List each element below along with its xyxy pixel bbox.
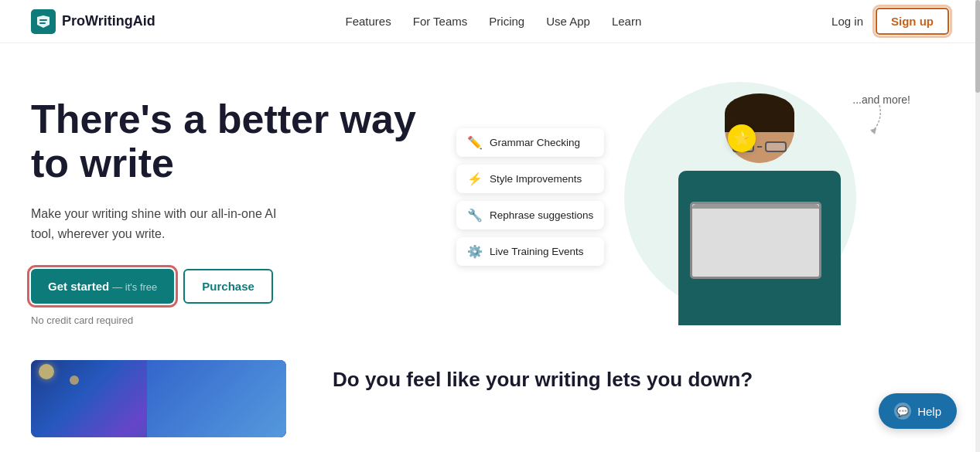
bottom-title: Do you feel like your writing lets you d… <box>333 368 949 392</box>
help-button[interactable]: 💬 Help <box>879 393 957 429</box>
navbar: ProWritingAid Features For Teams Pricing… <box>0 0 980 43</box>
signup-button[interactable]: Sign up <box>876 8 949 35</box>
brand-name: ProWritingAid <box>62 13 155 29</box>
hero-subtitle: Make your writing shine with our all-in-… <box>31 204 294 243</box>
hero-buttons: Get started— it's free Purchase <box>31 269 433 304</box>
help-label: Help <box>917 405 941 418</box>
feature-pills: ✏️ Grammar Checking ⚡ Style Improvements… <box>456 128 604 266</box>
pill-rephrase: 🔧 Rephrase suggestions <box>456 201 604 229</box>
get-started-button[interactable]: Get started— it's free <box>31 269 174 304</box>
bottom-text: Do you feel like your writing lets you d… <box>333 360 949 392</box>
nav-for-teams[interactable]: For Teams <box>413 15 468 28</box>
hero-left: There's a better way to write Make your … <box>31 82 433 326</box>
style-icon: ⚡ <box>467 172 483 186</box>
nav-features[interactable]: Features <box>346 15 391 28</box>
nav-use-app[interactable]: Use App <box>546 15 590 28</box>
scroll-thumb[interactable] <box>975 0 980 93</box>
bottom-section: Do you feel like your writing lets you d… <box>0 360 980 437</box>
purchase-button[interactable]: Purchase <box>183 269 273 304</box>
hero-illustration: ...and more! ⭐ ✏️ Grammar Checking ⚡ Sty… <box>433 82 949 329</box>
logo[interactable]: ProWritingAid <box>31 9 155 34</box>
logo-icon <box>31 9 56 34</box>
grammar-icon: ✏️ <box>467 135 483 150</box>
no-credit-text: No credit card required <box>31 314 433 326</box>
more-label: ...and more! <box>852 93 910 106</box>
hero-section: There's a better way to write Make your … <box>0 43 980 352</box>
svg-marker-1 <box>870 128 876 134</box>
scrollbar[interactable] <box>975 0 980 437</box>
person-illustration <box>671 86 849 325</box>
nav-pricing[interactable]: Pricing <box>489 15 524 28</box>
training-icon: ⚙️ <box>467 244 483 259</box>
rephrase-icon: 🔧 <box>467 208 483 223</box>
nav-links: Features For Teams Pricing Use App Learn <box>346 15 642 28</box>
star-badge: ⭐ <box>728 124 756 152</box>
hero-title: There's a better way to write <box>31 97 433 185</box>
nav-learn[interactable]: Learn <box>612 15 641 28</box>
nav-actions: Log in Sign up <box>831 8 949 35</box>
pill-style: ⚡ Style Improvements <box>456 165 604 193</box>
login-button[interactable]: Log in <box>831 15 863 28</box>
pill-training: ⚙️ Live Training Events <box>456 237 604 266</box>
bottom-image-overlay <box>147 360 286 437</box>
help-chat-icon: 💬 <box>894 403 911 420</box>
bottom-image <box>31 360 286 437</box>
pill-grammar: ✏️ Grammar Checking <box>456 128 604 157</box>
